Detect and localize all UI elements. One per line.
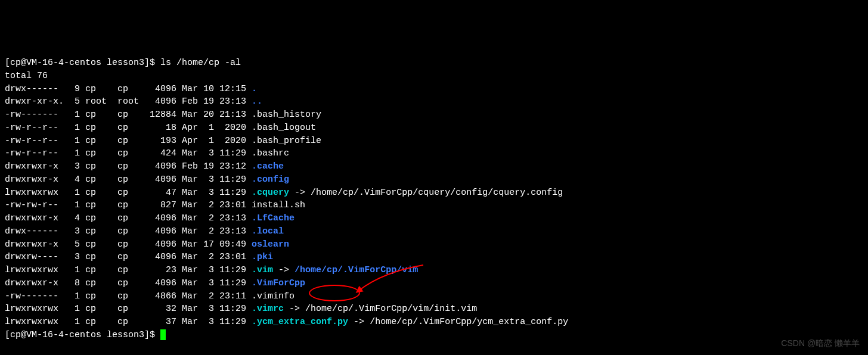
file-row: -rw-r--r-- 1 cp cp 193 Apr 1 2020 .bash_… xyxy=(5,135,863,148)
cursor xyxy=(160,329,166,340)
file-name: . xyxy=(252,84,257,94)
file-name: .viminfo xyxy=(252,291,294,301)
shell-prompt: [cp@VM-16-4-centos lesson3]$ xyxy=(5,58,160,68)
file-row: lrwxrwxrwx 1 cp cp 47 Mar 3 11:29 .cquer… xyxy=(5,186,863,200)
file-name: .cache xyxy=(252,161,284,172)
file-name: .bash_profile xyxy=(252,136,321,146)
watermark: CSDN @暗恋 懒羊羊 xyxy=(781,337,860,349)
file-row: drwxrwxr-x 3 cp cp 4096 Feb 19 23:12 .ca… xyxy=(5,160,863,173)
file-name: .VimForCpp xyxy=(252,278,305,288)
file-row: drwxrwxr-x 4 cp cp 4096 Mar 3 11:29 .con… xyxy=(5,173,863,186)
terminal-output: [cp@VM-16-4-centos lesson3]$ ls /home/cp… xyxy=(5,57,863,342)
file-name: .pki xyxy=(252,252,273,262)
file-row: -rw-r--r-- 1 cp cp 18 Apr 1 2020 .bash_l… xyxy=(5,122,863,135)
file-name: .ycm_extra_conf.py xyxy=(252,317,348,327)
file-row: drwxr-xr-x. 5 root root 4096 Feb 19 23:1… xyxy=(5,95,863,108)
file-name: oslearn xyxy=(252,239,289,250)
symlink-target: /home/cp/.VimForCpp/vim/init.vim xyxy=(305,304,477,314)
file-name: .LfCache xyxy=(252,213,294,223)
command-text: ls /home/cp -al xyxy=(160,58,241,68)
symlink-target: /home/cp/.VimForCpp/cquery/config/cquery… xyxy=(311,188,563,198)
file-row: drwxrwxr-x 4 cp cp 4096 Mar 2 23:13 .LfC… xyxy=(5,212,863,225)
file-name: .vim xyxy=(252,265,273,275)
shell-prompt: [cp@VM-16-4-centos lesson3]$ xyxy=(5,330,160,340)
file-row: lrwxrwxrwx 1 cp cp 32 Mar 3 11:29 .vimrc… xyxy=(5,303,863,316)
file-name: .vimrc xyxy=(252,304,284,314)
file-name: .bashrc xyxy=(252,148,289,158)
file-row: lrwxrwxrwx 1 cp cp 37 Mar 3 11:29 .ycm_e… xyxy=(5,316,863,329)
file-row: drwx------ 9 cp cp 4096 Mar 10 12:15 . xyxy=(5,83,863,96)
prompt-line[interactable]: [cp@VM-16-4-centos lesson3]$ ls /home/cp… xyxy=(5,57,863,70)
symlink-arrow: -> xyxy=(284,304,305,314)
file-name: .local xyxy=(252,226,284,236)
symlink-target: /home/cp/.VimForCpp/vim xyxy=(294,265,418,275)
file-name: .bash_history xyxy=(252,110,321,120)
file-row: -rw-rw-r-- 1 cp cp 827 Mar 2 23:01 insta… xyxy=(5,199,863,212)
file-row: lrwxrwxrwx 1 cp cp 23 Mar 3 11:29 .vim -… xyxy=(5,264,863,277)
symlink-arrow: -> xyxy=(289,188,311,198)
file-row: drwxrwxr-x 5 cp cp 4096 Mar 17 09:49 osl… xyxy=(5,238,863,251)
file-row: drwxrwxr-x 8 cp cp 4096 Mar 3 11:29 .Vim… xyxy=(5,277,863,290)
file-name: .config xyxy=(252,175,289,185)
file-name: .bash_logout xyxy=(252,123,316,133)
prompt-line[interactable]: [cp@VM-16-4-centos lesson3]$ xyxy=(5,329,863,342)
file-row: -rw------- 1 cp cp 12884 Mar 20 21:13 .b… xyxy=(5,108,863,122)
file-name: .. xyxy=(252,96,262,107)
symlink-arrow: -> xyxy=(348,317,370,327)
file-row: drwx------ 3 cp cp 4096 Mar 2 23:13 .loc… xyxy=(5,225,863,238)
file-name: install.sh xyxy=(252,200,305,210)
symlink-target: /home/cp/.VimForCpp/ycm_extra_conf.py xyxy=(370,317,568,327)
symlink-arrow: -> xyxy=(273,265,294,275)
file-name: .cquery xyxy=(252,188,289,198)
total-line: total 76 xyxy=(5,70,863,83)
file-row: drwxrw---- 3 cp cp 4096 Mar 2 23:01 .pki xyxy=(5,251,863,264)
file-row: -rw------- 1 cp cp 4866 Mar 2 23:11 .vim… xyxy=(5,290,863,303)
file-row: -rw-r--r-- 1 cp cp 424 Mar 3 11:29 .bash… xyxy=(5,147,863,160)
